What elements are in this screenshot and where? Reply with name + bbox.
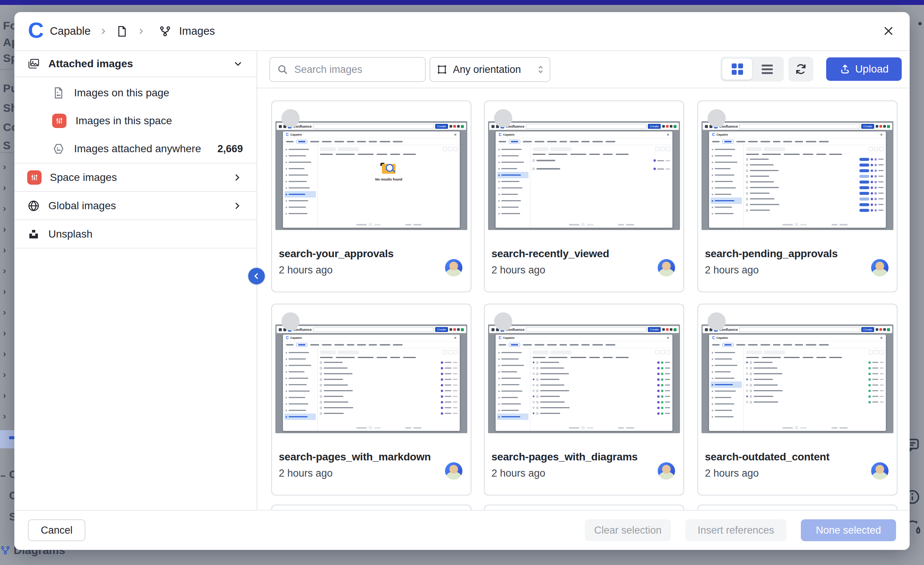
image-card[interactable]: ConfluenceCreateCCapable✕ search-pages_w… — [484, 304, 684, 496]
mini-screenshot: ConfluenceCreateCCapable✕ — [488, 324, 680, 433]
sidebar-section-global-images[interactable]: Global images — [14, 191, 256, 219]
upload-icon — [839, 63, 851, 75]
cancel-button[interactable]: Cancel — [28, 519, 85, 541]
image-title: search-pages_with_diagrams — [491, 451, 638, 463]
search-input[interactable] — [294, 63, 425, 76]
backdrop-clipped-label: S — [3, 139, 11, 152]
backdrop-list-bullet: › — [3, 182, 6, 193]
image-card[interactable]: ConfluenceCreateCCapable✕ search-pages_w… — [271, 304, 471, 496]
image-timestamp: 2 hours ago — [279, 264, 333, 276]
none-selected-button[interactable]: None selected — [801, 519, 896, 541]
image-search — [269, 57, 426, 82]
mini-screenshot: ConfluenceCreateCCapable✕ — [701, 324, 893, 433]
image-thumbnail: ConfluenceCreateCCapable✕ — [701, 308, 893, 444]
image-thumbnail: ConfluenceCreateCCapable✕ — [701, 105, 893, 241]
mini-screenshot: ConfluenceCreateCCapable✕No results foun… — [275, 121, 467, 230]
document-icon[interactable] — [116, 25, 128, 38]
upload-button[interactable]: Upload — [826, 57, 902, 81]
image-card-partial[interactable] — [697, 505, 898, 510]
modal-body: Attached images Images on this page — [14, 51, 910, 510]
backdrop-list-bullet: › — [3, 162, 6, 172]
sidebar-subitems: Images on this page Images in this space — [14, 77, 256, 163]
branch-icon — [0, 545, 11, 556]
backdrop-clipped-label: Sh — [3, 102, 14, 114]
sidebar-item-label: Images in this space — [76, 115, 172, 127]
backdrop-left-rail: FoApSpPuShCoS›››››››››››››CCaSp — [0, 5, 14, 565]
image-card[interactable]: ConfluenceCreateCCapable✕No results foun… — [271, 100, 471, 292]
backdrop-list-bullet: › — [3, 224, 6, 235]
backdrop-dot — [918, 22, 922, 25]
upload-label: Upload — [855, 63, 889, 75]
image-card[interactable]: ConfluenceCreateCCapable✕ search-outdate… — [697, 304, 898, 496]
grid-view-button[interactable] — [722, 59, 752, 80]
frame-icon — [436, 64, 448, 75]
hexagon-image-icon — [52, 142, 65, 155]
insert-references-button[interactable]: Insert references — [685, 519, 786, 541]
image-timestamp: 2 hours ago — [705, 468, 759, 479]
image-thumbnail: ConfluenceCreateCCapable✕No results foun… — [275, 105, 467, 241]
branch-icon — [159, 25, 172, 38]
grid-icon — [732, 63, 743, 75]
backdrop-clipped-label: C — [9, 468, 14, 481]
image-thumbnail: ConfluenceCreateCCapable✕ — [488, 105, 680, 241]
clear-selection-button[interactable]: Clear selection — [585, 519, 671, 541]
chevron-right-icon — [232, 172, 243, 183]
refresh-icon — [794, 63, 807, 76]
sidebar-attached-images[interactable]: Attached images — [14, 51, 256, 77]
close-icon[interactable] — [880, 23, 897, 39]
uploader-avatar — [871, 462, 888, 480]
image-timestamp: 2 hours ago — [491, 264, 545, 276]
image-grid: ConfluenceCreateCCapable✕No results foun… — [257, 88, 910, 510]
modal-content: Any orientation — [257, 51, 910, 510]
avatar-placeholder-circle — [281, 312, 300, 330]
page-image-icon — [52, 86, 65, 99]
image-title: search-pending_approvals — [705, 248, 838, 260]
unsplash-icon — [27, 228, 40, 241]
breadcrumb-app[interactable]: Capable — [50, 25, 91, 37]
sidebar-item-images-in-space[interactable]: Images in this space — [14, 107, 256, 135]
sidebar-attached-images-label: Attached images — [48, 58, 133, 70]
capable-logo: C — [28, 19, 44, 41]
modal-sidebar: Attached images Images on this page — [14, 51, 257, 510]
image-thumbnail: ConfluenceCreateCCapable✕ — [275, 308, 467, 444]
sidebar-collapse-button[interactable] — [248, 268, 265, 284]
sidebar-section-unsplash[interactable]: Unsplash — [14, 219, 256, 249]
uploader-avatar — [871, 259, 888, 276]
chevron-right-icon — [137, 27, 145, 36]
uploader-avatar — [658, 259, 675, 276]
uploader-avatar — [445, 259, 462, 276]
avatar-placeholder-circle — [494, 312, 512, 330]
sidebar-item-label: Images on this page — [74, 87, 169, 99]
content-toolbar: Any orientation — [257, 51, 910, 88]
images-anywhere-count: 2,669 — [217, 143, 243, 155]
orientation-select[interactable]: Any orientation — [430, 57, 550, 82]
globe-icon — [27, 199, 40, 212]
list-view-button[interactable] — [752, 59, 782, 80]
modal-header: C Capable Images — [14, 12, 910, 51]
space-tile-icon — [27, 170, 42, 185]
backdrop-clipped-label: Ca — [9, 489, 14, 502]
backdrop-clipped-label: Sp — [3, 52, 14, 65]
image-card[interactable]: ConfluenceCreateCCapable✕ search-pending… — [697, 100, 898, 292]
sidebar-section-label: Unsplash — [48, 228, 93, 240]
sidebar-item-images-anywhere[interactable]: Images attached anywhere 2,669 — [14, 135, 256, 163]
image-card-partial[interactable] — [271, 505, 471, 510]
refresh-button[interactable] — [788, 57, 813, 82]
search-icon — [277, 64, 288, 75]
backdrop-list-bullet: › — [3, 369, 6, 380]
backdrop-clipped-label: Co — [3, 121, 14, 134]
image-thumbnail: ConfluenceCreateCCapable✕ — [488, 308, 680, 444]
avatar-placeholder-circle — [494, 109, 512, 127]
image-picker-modal: C Capable Images Attached images — [14, 12, 910, 550]
backdrop-list-bullet: › — [3, 266, 6, 276]
sidebar-item-images-on-page[interactable]: Images on this page — [14, 79, 256, 107]
sidebar-section-space-images[interactable]: Space images — [14, 163, 256, 191]
image-card[interactable]: ConfluenceCreateCCapable✕ search-recentl… — [484, 100, 684, 292]
backdrop-clipped-label: Sp — [9, 510, 14, 523]
image-title: search-pages_with_markdown — [279, 451, 431, 463]
orientation-value: Any orientation — [453, 64, 535, 76]
view-toggle — [720, 57, 784, 82]
chevron-down-icon — [232, 58, 244, 69]
backdrop-clipped-label: Pu — [3, 82, 14, 95]
image-card-partial[interactable] — [484, 505, 684, 510]
